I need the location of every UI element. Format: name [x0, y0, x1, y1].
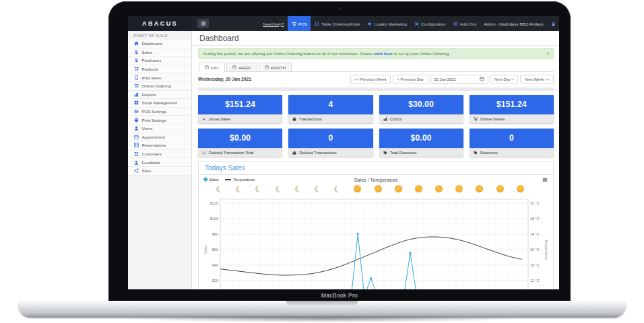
sidebar-items: Dashboard$Sales$PurchasesProductsiPad Me…: [128, 40, 191, 176]
sidebar-item-users[interactable]: Users: [128, 124, 191, 133]
sidebar-item-customers[interactable]: Customers: [128, 150, 191, 159]
sales-point-marker: [370, 277, 373, 279]
svg-text:32 °C: 32 °C: [530, 201, 540, 205]
metric-value: $0.00: [379, 129, 463, 148]
sidebar-item-ipad-menu[interactable]: iPad Menu: [128, 73, 191, 82]
nav-item-lock[interactable]: [547, 16, 559, 31]
metric-label-strip: Total Discounts: [379, 148, 463, 157]
line-chart-icon: [202, 151, 206, 155]
nav-item-need-help[interactable]: Need help?: [259, 16, 288, 31]
metric-label: Total Discounts: [390, 151, 417, 155]
page-title: Dashboard: [199, 34, 239, 43]
calendar-icon: [133, 135, 139, 139]
users-icon: [133, 151, 139, 156]
sidebar-item-online-ordering[interactable]: Online Ordering: [128, 82, 191, 91]
tablet-icon: [315, 22, 319, 26]
metric-label: Online Orders: [480, 117, 505, 121]
svg-text:$: $: [135, 58, 137, 63]
chart-menu-icon[interactable]: [542, 177, 548, 184]
sidebar-item-label: POS Settings: [142, 109, 167, 114]
metric-label-strip: Gross Sales: [198, 114, 282, 123]
sidebar-item-print-settings[interactable]: Print Settings: [128, 116, 191, 124]
megaphone-icon: [367, 22, 372, 26]
lock-icon: [551, 22, 556, 26]
sidebar-item-sites[interactable]: Sites: [128, 167, 191, 176]
sidebar-item-label: Print Settings: [142, 118, 166, 122]
sidebar-item-purchases[interactable]: $Purchases: [128, 57, 191, 65]
banner-link[interactable]: click here: [374, 51, 393, 56]
sidebar-item-reservations[interactable]: Reservations: [128, 141, 191, 150]
laptop-notch: [286, 301, 358, 307]
nav-item-label: Loyalty Marketing: [374, 22, 407, 26]
moon-icon: [334, 186, 341, 192]
metric-label: COGS: [390, 117, 401, 121]
next-day-button[interactable]: Next Day >: [490, 75, 519, 83]
register-icon: [292, 151, 296, 155]
sun-icon: [496, 185, 504, 192]
svg-text:28 °C: 28 °C: [530, 217, 540, 221]
sidebar-item-label: Products: [142, 67, 158, 71]
tab-label: WEEK: [238, 65, 251, 70]
weather-icons-row: [216, 185, 524, 193]
register-icon: [292, 117, 296, 121]
menu-icon: [201, 21, 206, 26]
nav-item-pos[interactable]: POS: [288, 16, 311, 31]
grid-icon: [133, 143, 139, 147]
sidebar: POINT OF SALE Dashboard$Sales$PurchasesP…: [128, 31, 192, 289]
sidebar-item-appointment[interactable]: Appointment: [128, 133, 191, 142]
metric-cards: $151.24Gross Sales4Transactions$30.00COG…: [198, 95, 554, 157]
metric-card-online-orders: $151.24Online Orders: [470, 95, 554, 123]
sidebar-item-label: Feedback: [142, 160, 160, 165]
banner-close-icon[interactable]: ×: [547, 50, 550, 57]
sidebar-item-stock-management[interactable]: Stock Management: [128, 99, 191, 108]
previous-week-button[interactable]: << Previous Week: [350, 75, 391, 83]
sidebar-item-feedback[interactable]: Feedback: [128, 158, 191, 167]
chart-plot: $120$100$80$60$40$2032 °C28 °C24 °C20 °C…: [203, 194, 549, 289]
sidebar-item-pos-settings[interactable]: POS Settings: [128, 108, 191, 116]
metric-label-strip: Transactions: [288, 114, 373, 123]
sun-icon: [455, 185, 463, 192]
nav-item-add-ons[interactable]: Add-Ons: [449, 16, 480, 31]
sales-temperature-chart: $120$100$80$60$40$2032 °C28 °C24 °C20 °C…: [203, 194, 550, 289]
nav-item-configuration[interactable]: Configuration: [410, 16, 449, 31]
tab-month[interactable]: MONTH: [259, 63, 292, 72]
next-week-button[interactable]: Next Week >>: [520, 75, 554, 83]
sidebar-toggle-button[interactable]: [197, 19, 209, 28]
calendar-icon: [265, 65, 269, 69]
nav-item-table-ordering-kiosk[interactable]: Table Ordering/Kiosk: [311, 16, 363, 31]
tab-week[interactable]: WEEK: [226, 63, 257, 72]
page-header: Dashboard: [193, 31, 559, 46]
nav-item-label: Need help?: [263, 22, 284, 26]
moon-icon: [255, 186, 262, 192]
date-controls: << Previous Week < Previous Day 20 Jan 2…: [350, 75, 554, 84]
sidebar-item-label: Online Ordering: [142, 83, 171, 88]
tab-day[interactable]: DAY: [199, 63, 225, 72]
svg-text:Temperature: Temperature: [544, 239, 548, 260]
nav-item-loyalty-marketing[interactable]: Loyalty Marketing: [364, 16, 411, 31]
sidebar-item-sales[interactable]: $Sales: [128, 48, 191, 57]
tablet-icon: [133, 75, 139, 80]
nav-item-admin-bbqfridays-bbq-fridays[interactable]: Admin - bbqfridays BBQ Fridays: [480, 16, 547, 31]
svg-text:$120: $120: [210, 201, 218, 205]
metric-label: Gross Sales: [209, 117, 230, 121]
current-date-label: Wednesday, 20 Jan 2021: [198, 77, 251, 81]
metric-card-total-discounts: $0.00Total Discounts: [379, 129, 463, 157]
sales-point-marker: [409, 252, 412, 254]
date-picker-input[interactable]: 20 Jan 2021: [430, 75, 488, 84]
metric-card-gross-sales: $151.24Gross Sales: [198, 95, 282, 123]
svg-text:20 °C: 20 °C: [530, 248, 540, 252]
sidebar-item-products[interactable]: Products: [128, 65, 191, 74]
metric-value: 4: [288, 95, 373, 114]
svg-text:$40: $40: [212, 263, 218, 267]
sidebar-item-label: Stock Management: [142, 100, 178, 105]
moon-icon: [276, 186, 282, 192]
previous-day-button[interactable]: < Previous Day: [393, 75, 428, 83]
line-chart-icon: [202, 117, 206, 121]
chart-legend-row: SalesTemperature Sales / Temperature: [203, 177, 549, 184]
sidebar-item-dashboard[interactable]: Dashboard: [128, 40, 191, 48]
calendar-icon: [232, 65, 236, 69]
sidebar-item-label: Reports: [142, 92, 156, 97]
sidebar-item-reports[interactable]: Reports: [128, 91, 191, 100]
metric-label-strip: Deleted Transaction Total: [198, 148, 282, 157]
sidebar-item-label: Reservations: [142, 143, 166, 147]
